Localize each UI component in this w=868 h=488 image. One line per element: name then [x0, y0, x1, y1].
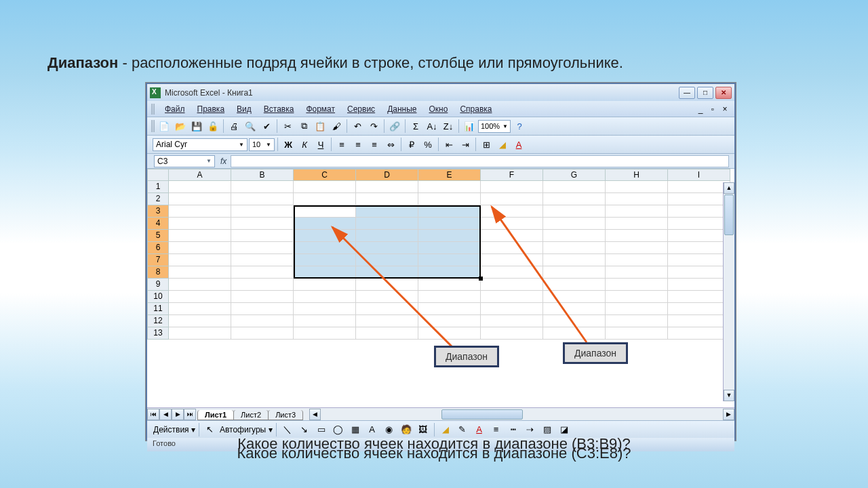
scroll-left-icon[interactable]: ◀	[309, 409, 321, 420]
cell-G13[interactable]	[543, 327, 606, 340]
cell-E12[interactable]	[418, 315, 481, 327]
cell-E10[interactable]	[418, 291, 481, 303]
vertical-scrollbar[interactable]: ▲ ▼	[723, 182, 734, 401]
menu-data[interactable]: Данные	[382, 103, 422, 115]
cell-D8[interactable]	[356, 266, 418, 279]
font-color-icon[interactable]: A	[511, 137, 526, 152]
cell-I4[interactable]	[668, 218, 730, 230]
cell-E9[interactable]	[418, 279, 481, 291]
cell-I13[interactable]	[668, 327, 730, 340]
cell-F7[interactable]	[481, 254, 543, 266]
cell-C10[interactable]	[294, 291, 356, 303]
cell-D9[interactable]	[356, 279, 418, 291]
underline-icon[interactable]: Ч	[313, 137, 328, 152]
row-header-11[interactable]: 11	[147, 303, 169, 315]
col-header-B[interactable]: B	[231, 169, 294, 181]
menu-edit[interactable]: Правка	[192, 103, 231, 115]
cell-G2[interactable]	[543, 193, 606, 205]
cell-F5[interactable]	[481, 230, 543, 242]
cell-A2[interactable]	[169, 193, 231, 205]
select-all-corner[interactable]	[147, 169, 169, 181]
zoom-box[interactable]: 100%▼	[478, 120, 511, 133]
undo-icon[interactable]: ↶	[350, 119, 365, 134]
cell-H3[interactable]	[606, 205, 668, 218]
cell-H11[interactable]	[606, 303, 668, 315]
row-header-13[interactable]: 13	[147, 327, 169, 340]
cell-I10[interactable]	[668, 291, 730, 303]
cell-I9[interactable]	[668, 279, 730, 291]
cell-A13[interactable]	[169, 327, 231, 340]
menu-restore-icon[interactable]: ▫	[707, 104, 718, 114]
cell-H2[interactable]	[606, 193, 668, 205]
cell-F12[interactable]	[481, 315, 543, 327]
tab-sheet1[interactable]: Лист1	[197, 410, 234, 420]
percent-icon[interactable]: %	[420, 137, 435, 152]
cell-G6[interactable]	[543, 242, 606, 254]
col-header-A[interactable]: A	[169, 169, 231, 181]
bold-icon[interactable]: Ж	[281, 137, 296, 152]
cell-D3[interactable]	[356, 205, 418, 218]
tab-sheet2[interactable]: Лист2	[233, 410, 269, 420]
indent-inc-icon[interactable]: ⇥	[458, 137, 473, 152]
row-header-7[interactable]: 7	[147, 254, 169, 266]
currency-icon[interactable]: ₽	[404, 137, 419, 152]
maximize-button[interactable]: □	[697, 87, 713, 99]
row-header-10[interactable]: 10	[147, 291, 169, 303]
merge-icon[interactable]: ⇔	[383, 137, 398, 152]
cell-D6[interactable]	[356, 242, 418, 254]
cell-B6[interactable]	[231, 242, 294, 254]
cell-I6[interactable]	[668, 242, 730, 254]
cell-I1[interactable]	[668, 181, 730, 193]
cell-I12[interactable]	[668, 315, 730, 327]
cell-I7[interactable]	[668, 254, 730, 266]
paste-icon[interactable]: 📋	[313, 119, 328, 134]
cell-G1[interactable]	[543, 181, 606, 193]
cell-C11[interactable]	[294, 303, 356, 315]
cell-A1[interactable]	[169, 181, 231, 193]
cell-H6[interactable]	[606, 242, 668, 254]
sort-asc-icon[interactable]: A↓	[425, 119, 439, 134]
tab-next-icon[interactable]: ▶	[172, 409, 184, 420]
align-center-icon[interactable]: ≡	[351, 137, 366, 152]
cell-E3[interactable]	[418, 205, 481, 218]
cell-F6[interactable]	[481, 242, 543, 254]
cell-E13[interactable]	[418, 327, 481, 340]
scroll-down-icon[interactable]: ▼	[724, 390, 734, 401]
cell-B7[interactable]	[231, 254, 294, 266]
font-select[interactable]: Arial Cyr▼	[153, 138, 248, 151]
cell-D4[interactable]	[356, 218, 418, 230]
tab-last-icon[interactable]: ⏭	[184, 409, 196, 420]
format-painter-icon[interactable]: 🖌	[329, 119, 344, 134]
close-button[interactable]: ✕	[715, 87, 732, 99]
cell-G5[interactable]	[543, 230, 606, 242]
autoshapes-menu[interactable]: Автофигуры ▾	[220, 425, 273, 434]
menu-file[interactable]: Файл	[159, 103, 191, 115]
row-header-4[interactable]: 4	[147, 218, 169, 230]
cell-D7[interactable]	[356, 254, 418, 266]
new-icon[interactable]: 📄	[157, 119, 172, 134]
copy-icon[interactable]: ⧉	[296, 119, 311, 134]
cell-G4[interactable]	[543, 218, 606, 230]
hscroll-thumb[interactable]	[441, 409, 523, 420]
cell-B4[interactable]	[231, 218, 294, 230]
cell-G9[interactable]	[543, 279, 606, 291]
scroll-thumb[interactable]	[724, 195, 734, 235]
cell-D10[interactable]	[356, 291, 418, 303]
sum-icon[interactable]: Σ	[408, 119, 423, 134]
cell-B2[interactable]	[231, 193, 294, 205]
menu-minimize-icon[interactable]: _	[695, 104, 706, 114]
cell-C1[interactable]	[294, 181, 356, 193]
cell-D11[interactable]	[356, 303, 418, 315]
tab-first-icon[interactable]: ⏮	[147, 409, 159, 420]
worksheet[interactable]: ABCDEFGHI 12345678910111213	[147, 169, 734, 407]
cell-A8[interactable]	[169, 266, 231, 279]
open-icon[interactable]: 📂	[173, 119, 188, 134]
cell-E6[interactable]	[418, 242, 481, 254]
col-header-D[interactable]: D	[356, 169, 418, 181]
cell-G8[interactable]	[543, 266, 606, 279]
print-icon[interactable]: 🖨	[226, 119, 241, 134]
permission-icon[interactable]: 🔓	[205, 119, 220, 134]
cell-B10[interactable]	[231, 291, 294, 303]
cell-D13[interactable]	[356, 327, 418, 340]
row-header-5[interactable]: 5	[147, 230, 169, 242]
